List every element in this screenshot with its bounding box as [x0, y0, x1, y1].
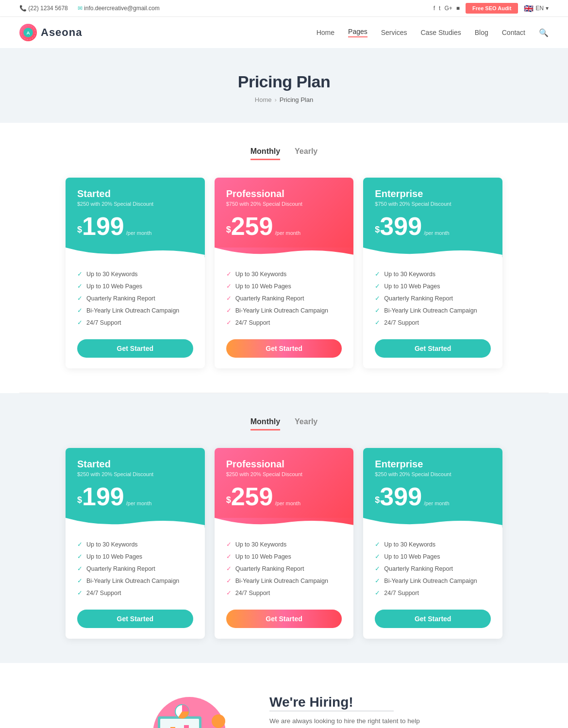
- feature-text: Up to 10 Web Pages: [235, 283, 291, 290]
- breadcrumb-home[interactable]: Home: [255, 96, 272, 103]
- plan-feature-item: ✓ Bi-Yearly Link Outreach Campaign: [226, 304, 342, 316]
- feature-text: Quarterly Ranking Report: [384, 565, 453, 572]
- plan-wave: [363, 248, 502, 257]
- twitter-icon[interactable]: t: [439, 5, 440, 12]
- plan-feature-item: ✓ Up to 10 Web Pages: [375, 280, 491, 292]
- hiring-description: We are always looking to hire the right …: [269, 716, 425, 728]
- free-seo-button[interactable]: Free SEO Audit: [466, 3, 518, 14]
- check-icon: ✓: [375, 541, 380, 548]
- check-icon: ✓: [77, 541, 83, 548]
- price-dollar: $: [226, 225, 231, 235]
- plan-price-row: $ 259 /per month: [226, 214, 342, 248]
- breadcrumb-separator: ›: [274, 96, 276, 103]
- get-started-button[interactable]: Get Started: [375, 610, 491, 628]
- plan-name: Enterprise: [375, 459, 491, 470]
- plan-body: ✓ Up to 30 Keywords ✓ Up to 10 Web Pages…: [66, 257, 205, 368]
- feature-text: 24/7 Support: [235, 590, 270, 596]
- plan-feature-item: ✓ 24/7 Support: [226, 316, 342, 329]
- check-icon: ✓: [226, 541, 232, 548]
- logo-icon: A: [19, 24, 37, 41]
- plan-header: Professional $250 with 20% Special Disco…: [215, 448, 354, 519]
- price-amount: 259: [231, 214, 273, 239]
- hiring-illustration: [143, 692, 240, 728]
- facebook-icon[interactable]: f: [434, 5, 435, 12]
- plan-name: Professional: [226, 188, 342, 199]
- check-icon: ✓: [77, 307, 83, 314]
- plan-subtitle: $250 with 20% Special Discount: [226, 471, 342, 477]
- plan-wave: [363, 518, 502, 528]
- plan-card-started: Started $250 with 20% Special Discount $…: [66, 448, 205, 639]
- instagram-icon[interactable]: ■: [456, 5, 460, 12]
- tab-yearly-1[interactable]: Yearly: [295, 147, 317, 160]
- plan-feature-item: ✓ Bi-Yearly Link Outreach Campaign: [77, 575, 193, 587]
- svg-point-9: [212, 714, 225, 728]
- tab-monthly-2[interactable]: Monthly: [251, 417, 280, 430]
- get-started-button[interactable]: Get Started: [226, 610, 342, 628]
- google-plus-icon[interactable]: G+: [444, 5, 452, 12]
- nav-pages[interactable]: Pages: [348, 28, 368, 37]
- feature-text: Up to 30 Keywords: [384, 541, 435, 548]
- plan-price-row: $ 399 /per month: [375, 484, 491, 519]
- plan-price-row: $ 399 /per month: [375, 214, 491, 248]
- feature-text: Up to 30 Keywords: [235, 541, 287, 548]
- feature-text: 24/7 Support: [384, 590, 419, 596]
- check-icon: ✓: [77, 282, 83, 290]
- plan-feature-item: ✓ Up to 10 Web Pages: [77, 280, 193, 292]
- get-started-button[interactable]: Get Started: [77, 610, 193, 628]
- hiring-content: We're Hiring! We are always looking to h…: [269, 695, 425, 728]
- feature-text: Quarterly Ranking Report: [235, 565, 304, 572]
- logo-svg: A: [19, 22, 37, 43]
- logo[interactable]: A Aseona: [19, 24, 82, 41]
- get-started-button[interactable]: Get Started: [375, 339, 491, 358]
- search-icon[interactable]: 🔍: [539, 28, 549, 37]
- plan-name: Enterprise: [375, 188, 491, 199]
- pricing-tabs-2: Monthly Yearly: [19, 417, 549, 430]
- plan-feature-item: ✓ Up to 10 Web Pages: [77, 550, 193, 563]
- phone-icon: 📞: [19, 5, 27, 12]
- plan-feature-item: ✓ Up to 30 Keywords: [375, 538, 491, 550]
- check-icon: ✓: [375, 589, 380, 596]
- check-icon: ✓: [226, 282, 232, 290]
- svg-text:A: A: [26, 30, 30, 35]
- phone-info: 📞 (22) 1234 5678: [19, 5, 68, 12]
- plan-name: Started: [77, 188, 193, 199]
- plan-features-list: ✓ Up to 30 Keywords ✓ Up to 10 Web Pages…: [375, 268, 491, 329]
- feature-text: Up to 30 Keywords: [235, 271, 287, 278]
- check-icon: ✓: [375, 553, 380, 560]
- plan-header: Started $250 with 20% Special Discount $…: [66, 178, 205, 248]
- language-selector[interactable]: 🇬🇧 EN ▾: [524, 4, 549, 13]
- nav-home[interactable]: Home: [317, 29, 334, 36]
- plan-body: ✓ Up to 30 Keywords ✓ Up to 10 Web Pages…: [363, 257, 502, 368]
- plan-feature-item: ✓ 24/7 Support: [77, 316, 193, 329]
- feature-text: Bi-Yearly Link Outreach Campaign: [384, 578, 477, 584]
- nav-services[interactable]: Services: [381, 29, 407, 36]
- plan-header: Enterprise $250 with 20% Special Discoun…: [363, 448, 502, 519]
- price-amount: 399: [380, 484, 422, 509]
- pricing-section-1: Monthly Yearly Started $250 with 20% Spe…: [0, 123, 568, 393]
- feature-text: Up to 10 Web Pages: [235, 553, 291, 560]
- plan-card-professional: Professional $250 with 20% Special Disco…: [215, 448, 354, 639]
- price-amount: 399: [380, 214, 422, 239]
- feature-text: Up to 30 Keywords: [384, 271, 435, 278]
- get-started-button[interactable]: Get Started: [226, 339, 342, 358]
- plan-body: ✓ Up to 30 Keywords ✓ Up to 10 Web Pages…: [215, 257, 354, 368]
- nav-links: Home Pages Services Case Studies Blog Co…: [317, 28, 549, 37]
- plan-features-list: ✓ Up to 30 Keywords ✓ Up to 10 Web Pages…: [77, 268, 193, 329]
- get-started-button[interactable]: Get Started: [77, 339, 193, 358]
- plan-feature-item: ✓ Quarterly Ranking Report: [226, 563, 342, 575]
- price-period: /per month: [424, 230, 450, 236]
- nav-blog[interactable]: Blog: [475, 29, 488, 36]
- check-icon: ✓: [375, 282, 380, 290]
- nav-case-studies[interactable]: Case Studies: [420, 29, 461, 36]
- plan-features-list: ✓ Up to 30 Keywords ✓ Up to 10 Web Pages…: [77, 538, 193, 599]
- tab-yearly-2[interactable]: Yearly: [295, 417, 317, 430]
- plan-features-list: ✓ Up to 30 Keywords ✓ Up to 10 Web Pages…: [226, 268, 342, 329]
- nav-contact[interactable]: Contact: [502, 29, 525, 36]
- tab-monthly-1[interactable]: Monthly: [251, 147, 280, 160]
- plan-feature-item: ✓ Bi-Yearly Link Outreach Campaign: [226, 575, 342, 587]
- feature-text: Bi-Yearly Link Outreach Campaign: [384, 307, 477, 314]
- chevron-down-icon: ▾: [546, 5, 549, 12]
- check-icon: ✓: [77, 295, 83, 302]
- breadcrumb: Home › Pricing Plan: [19, 96, 549, 103]
- feature-text: 24/7 Support: [86, 590, 121, 596]
